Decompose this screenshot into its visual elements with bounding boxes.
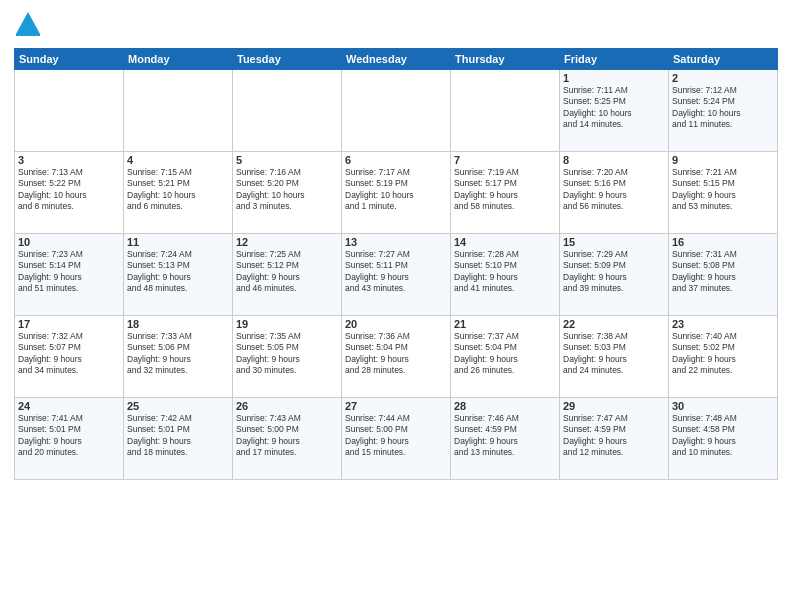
day-info: Sunrise: 7:20 AMSunset: 5:16 PMDaylight:… — [563, 167, 665, 213]
weekday-header-saturday: Saturday — [669, 49, 778, 70]
logo-icon — [14, 10, 42, 42]
day-info: Sunrise: 7:48 AMSunset: 4:58 PMDaylight:… — [672, 413, 774, 459]
day-number: 22 — [563, 318, 665, 330]
day-info: Sunrise: 7:24 AMSunset: 5:13 PMDaylight:… — [127, 249, 229, 295]
day-info: Sunrise: 7:19 AMSunset: 5:17 PMDaylight:… — [454, 167, 556, 213]
calendar-cell: 28Sunrise: 7:46 AMSunset: 4:59 PMDayligh… — [451, 398, 560, 480]
day-number: 27 — [345, 400, 447, 412]
day-number: 14 — [454, 236, 556, 248]
day-number: 6 — [345, 154, 447, 166]
calendar-cell: 12Sunrise: 7:25 AMSunset: 5:12 PMDayligh… — [233, 234, 342, 316]
day-info: Sunrise: 7:11 AMSunset: 5:25 PMDaylight:… — [563, 85, 665, 131]
day-info: Sunrise: 7:15 AMSunset: 5:21 PMDaylight:… — [127, 167, 229, 213]
day-info: Sunrise: 7:16 AMSunset: 5:20 PMDaylight:… — [236, 167, 338, 213]
logo — [14, 10, 46, 42]
day-number: 2 — [672, 72, 774, 84]
day-info: Sunrise: 7:41 AMSunset: 5:01 PMDaylight:… — [18, 413, 120, 459]
day-number: 19 — [236, 318, 338, 330]
day-number: 7 — [454, 154, 556, 166]
calendar-cell: 27Sunrise: 7:44 AMSunset: 5:00 PMDayligh… — [342, 398, 451, 480]
day-number: 12 — [236, 236, 338, 248]
day-info: Sunrise: 7:29 AMSunset: 5:09 PMDaylight:… — [563, 249, 665, 295]
calendar-cell: 13Sunrise: 7:27 AMSunset: 5:11 PMDayligh… — [342, 234, 451, 316]
day-info: Sunrise: 7:13 AMSunset: 5:22 PMDaylight:… — [18, 167, 120, 213]
calendar-cell: 18Sunrise: 7:33 AMSunset: 5:06 PMDayligh… — [124, 316, 233, 398]
calendar-cell: 6Sunrise: 7:17 AMSunset: 5:19 PMDaylight… — [342, 152, 451, 234]
day-info: Sunrise: 7:17 AMSunset: 5:19 PMDaylight:… — [345, 167, 447, 213]
svg-rect-1 — [16, 34, 40, 36]
calendar-cell — [124, 70, 233, 152]
day-number: 11 — [127, 236, 229, 248]
day-number: 10 — [18, 236, 120, 248]
calendar-cell — [15, 70, 124, 152]
calendar-cell: 20Sunrise: 7:36 AMSunset: 5:04 PMDayligh… — [342, 316, 451, 398]
calendar-cell: 9Sunrise: 7:21 AMSunset: 5:15 PMDaylight… — [669, 152, 778, 234]
calendar-cell: 4Sunrise: 7:15 AMSunset: 5:21 PMDaylight… — [124, 152, 233, 234]
day-number: 17 — [18, 318, 120, 330]
calendar-cell: 5Sunrise: 7:16 AMSunset: 5:20 PMDaylight… — [233, 152, 342, 234]
day-info: Sunrise: 7:25 AMSunset: 5:12 PMDaylight:… — [236, 249, 338, 295]
day-number: 20 — [345, 318, 447, 330]
calendar-cell: 21Sunrise: 7:37 AMSunset: 5:04 PMDayligh… — [451, 316, 560, 398]
day-info: Sunrise: 7:32 AMSunset: 5:07 PMDaylight:… — [18, 331, 120, 377]
day-info: Sunrise: 7:33 AMSunset: 5:06 PMDaylight:… — [127, 331, 229, 377]
calendar-cell: 11Sunrise: 7:24 AMSunset: 5:13 PMDayligh… — [124, 234, 233, 316]
day-info: Sunrise: 7:38 AMSunset: 5:03 PMDaylight:… — [563, 331, 665, 377]
calendar-cell — [451, 70, 560, 152]
calendar-week-4: 17Sunrise: 7:32 AMSunset: 5:07 PMDayligh… — [15, 316, 778, 398]
header — [14, 10, 778, 42]
day-info: Sunrise: 7:44 AMSunset: 5:00 PMDaylight:… — [345, 413, 447, 459]
day-number: 1 — [563, 72, 665, 84]
day-number: 9 — [672, 154, 774, 166]
day-info: Sunrise: 7:21 AMSunset: 5:15 PMDaylight:… — [672, 167, 774, 213]
day-info: Sunrise: 7:35 AMSunset: 5:05 PMDaylight:… — [236, 331, 338, 377]
calendar-cell: 16Sunrise: 7:31 AMSunset: 5:08 PMDayligh… — [669, 234, 778, 316]
calendar-cell: 29Sunrise: 7:47 AMSunset: 4:59 PMDayligh… — [560, 398, 669, 480]
day-number: 15 — [563, 236, 665, 248]
calendar-cell: 25Sunrise: 7:42 AMSunset: 5:01 PMDayligh… — [124, 398, 233, 480]
day-number: 23 — [672, 318, 774, 330]
calendar-cell: 14Sunrise: 7:28 AMSunset: 5:10 PMDayligh… — [451, 234, 560, 316]
calendar-cell: 24Sunrise: 7:41 AMSunset: 5:01 PMDayligh… — [15, 398, 124, 480]
weekday-header-tuesday: Tuesday — [233, 49, 342, 70]
day-number: 18 — [127, 318, 229, 330]
weekday-header-sunday: Sunday — [15, 49, 124, 70]
calendar-cell: 30Sunrise: 7:48 AMSunset: 4:58 PMDayligh… — [669, 398, 778, 480]
calendar-cell: 8Sunrise: 7:20 AMSunset: 5:16 PMDaylight… — [560, 152, 669, 234]
calendar-week-1: 1Sunrise: 7:11 AMSunset: 5:25 PMDaylight… — [15, 70, 778, 152]
weekday-header-wednesday: Wednesday — [342, 49, 451, 70]
weekday-header-thursday: Thursday — [451, 49, 560, 70]
svg-marker-0 — [16, 12, 40, 34]
day-number: 5 — [236, 154, 338, 166]
weekday-header-friday: Friday — [560, 49, 669, 70]
day-number: 28 — [454, 400, 556, 412]
day-number: 16 — [672, 236, 774, 248]
weekday-header-row: SundayMondayTuesdayWednesdayThursdayFrid… — [15, 49, 778, 70]
calendar-cell: 23Sunrise: 7:40 AMSunset: 5:02 PMDayligh… — [669, 316, 778, 398]
day-number: 25 — [127, 400, 229, 412]
day-info: Sunrise: 7:42 AMSunset: 5:01 PMDaylight:… — [127, 413, 229, 459]
weekday-header-monday: Monday — [124, 49, 233, 70]
day-info: Sunrise: 7:46 AMSunset: 4:59 PMDaylight:… — [454, 413, 556, 459]
day-number: 29 — [563, 400, 665, 412]
calendar-cell: 7Sunrise: 7:19 AMSunset: 5:17 PMDaylight… — [451, 152, 560, 234]
page: SundayMondayTuesdayWednesdayThursdayFrid… — [0, 0, 792, 612]
calendar-cell: 19Sunrise: 7:35 AMSunset: 5:05 PMDayligh… — [233, 316, 342, 398]
day-number: 8 — [563, 154, 665, 166]
calendar-cell: 1Sunrise: 7:11 AMSunset: 5:25 PMDaylight… — [560, 70, 669, 152]
day-info: Sunrise: 7:31 AMSunset: 5:08 PMDaylight:… — [672, 249, 774, 295]
day-info: Sunrise: 7:27 AMSunset: 5:11 PMDaylight:… — [345, 249, 447, 295]
day-info: Sunrise: 7:43 AMSunset: 5:00 PMDaylight:… — [236, 413, 338, 459]
day-number: 4 — [127, 154, 229, 166]
calendar-cell: 26Sunrise: 7:43 AMSunset: 5:00 PMDayligh… — [233, 398, 342, 480]
calendar-week-5: 24Sunrise: 7:41 AMSunset: 5:01 PMDayligh… — [15, 398, 778, 480]
calendar-cell — [233, 70, 342, 152]
calendar-cell — [342, 70, 451, 152]
day-info: Sunrise: 7:23 AMSunset: 5:14 PMDaylight:… — [18, 249, 120, 295]
calendar-week-3: 10Sunrise: 7:23 AMSunset: 5:14 PMDayligh… — [15, 234, 778, 316]
day-number: 3 — [18, 154, 120, 166]
day-info: Sunrise: 7:12 AMSunset: 5:24 PMDaylight:… — [672, 85, 774, 131]
day-number: 21 — [454, 318, 556, 330]
day-number: 26 — [236, 400, 338, 412]
calendar-table: SundayMondayTuesdayWednesdayThursdayFrid… — [14, 48, 778, 480]
